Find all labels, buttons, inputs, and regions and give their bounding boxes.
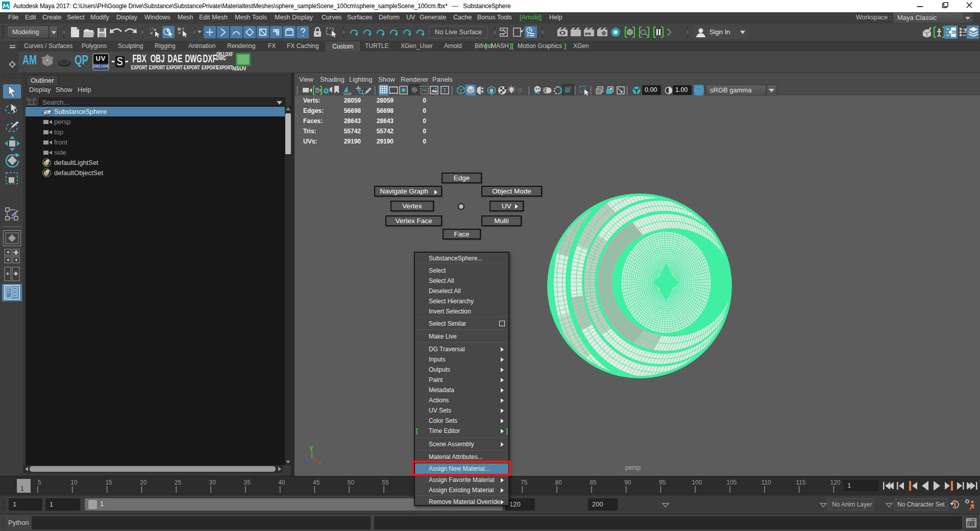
svg-text:ON: ON [696, 89, 701, 92]
svg-text:30: 30 [209, 479, 216, 486]
svg-text:90: 90 [624, 479, 631, 486]
svg-text:IPR: IPR [585, 32, 591, 36]
svg-text:100: 100 [692, 479, 702, 486]
svg-text:120: 120 [830, 479, 840, 486]
svg-text:x: x [318, 460, 321, 465]
svg-text:55: 55 [382, 479, 389, 486]
svg-text:20: 20 [140, 479, 147, 486]
svg-text:10: 10 [70, 479, 78, 486]
svg-text:95: 95 [659, 479, 666, 486]
svg-text:35: 35 [243, 479, 251, 486]
svg-text:75: 75 [521, 479, 528, 486]
svg-text:115: 115 [796, 479, 805, 486]
svg-text:z: z [303, 460, 306, 465]
svg-text:40: 40 [278, 479, 285, 486]
svg-text:45: 45 [313, 479, 320, 486]
svg-text:15: 15 [105, 479, 112, 486]
svg-text:80: 80 [555, 479, 562, 486]
svg-text:50: 50 [348, 479, 355, 486]
svg-text:25: 25 [175, 479, 182, 486]
svg-text:{;}: {;} [968, 522, 976, 527]
svg-text:5: 5 [38, 479, 41, 486]
svg-text:T: T [443, 87, 447, 93]
svg-text:105: 105 [726, 479, 737, 486]
svg-text:y: y [310, 445, 313, 450]
svg-text:85: 85 [590, 479, 597, 486]
svg-text:110: 110 [761, 479, 771, 486]
